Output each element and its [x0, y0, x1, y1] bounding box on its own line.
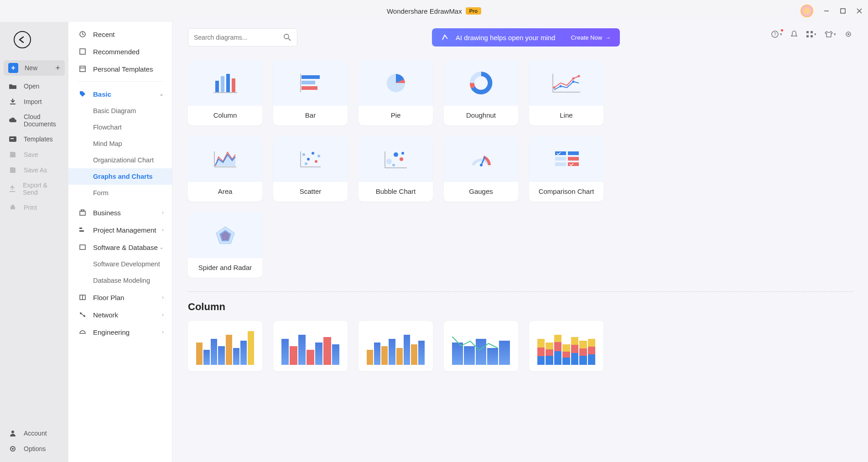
top-toolbar: ?▾ ▾ ▾: [771, 30, 852, 38]
svg-rect-29: [806, 31, 809, 33]
svg-point-57: [307, 158, 310, 161]
nav-label: Open: [24, 83, 39, 90]
nav-label: New: [25, 64, 37, 72]
cat-label: Project Management: [93, 226, 156, 234]
svg-rect-17: [79, 228, 82, 229]
cat-network[interactable]: Network›: [68, 306, 172, 323]
nav-label: Print: [24, 204, 37, 211]
svg-point-50: [572, 81, 574, 83]
chart-bubble[interactable]: Bubble Chart: [359, 136, 433, 202]
svg-point-34: [847, 33, 849, 35]
cat-business[interactable]: Business›: [68, 204, 172, 221]
template-card[interactable]: [273, 321, 348, 371]
database-icon: [78, 243, 87, 251]
svg-rect-74: [568, 151, 579, 155]
cat-basic[interactable]: Basic⌄: [68, 85, 172, 103]
cat-personal-templates[interactable]: Personal Templates: [68, 60, 172, 78]
search-box[interactable]: [188, 28, 297, 47]
chart-column[interactable]: Column: [188, 60, 262, 125]
nav-open[interactable]: Open: [0, 78, 68, 94]
cat-software-database[interactable]: Software & Database⌄: [68, 239, 172, 256]
minimize-icon[interactable]: [822, 7, 831, 15]
svg-point-64: [386, 159, 392, 164]
cat-flowchart[interactable]: Flowchart: [68, 119, 172, 135]
svg-point-67: [392, 164, 395, 166]
cat-recommended[interactable]: Recommended: [68, 43, 172, 60]
chart-pie[interactable]: Pie: [359, 60, 433, 125]
nav-new[interactable]: + New +: [4, 60, 65, 76]
chevron-right-icon: ›: [162, 294, 164, 301]
cat-floor-plan[interactable]: Floor Plan›: [68, 289, 172, 306]
template-card[interactable]: [444, 321, 518, 371]
svg-rect-35: [215, 81, 219, 92]
nav-options[interactable]: Options: [0, 441, 68, 457]
card-label: Comparison Chart: [529, 182, 603, 202]
nav-account[interactable]: Account: [0, 426, 68, 441]
cat-label: Floor Plan: [93, 294, 124, 301]
help-icon[interactable]: ?▾: [771, 30, 782, 38]
search-icon[interactable]: [283, 33, 291, 42]
template-card[interactable]: [188, 321, 262, 371]
shirt-icon[interactable]: ▾: [825, 31, 836, 38]
back-button[interactable]: [14, 31, 31, 48]
bell-icon[interactable]: [790, 30, 798, 38]
nav-cloud-documents[interactable]: Cloud Documents: [0, 109, 68, 131]
clock-icon: [78, 30, 87, 38]
cat-form[interactable]: Form: [68, 185, 172, 201]
chevron-right-icon: ›: [162, 329, 164, 335]
cat-label: Flowchart: [93, 124, 122, 131]
svg-rect-1: [841, 9, 845, 13]
svg-point-61: [317, 155, 320, 157]
template-card[interactable]: [359, 321, 433, 371]
chart-scatter[interactable]: Scatter: [273, 136, 348, 202]
cat-recent[interactable]: Recent: [68, 26, 172, 43]
chart-bar[interactable]: Bar: [273, 60, 348, 125]
chart-line[interactable]: Line: [529, 60, 603, 125]
card-label: Area: [188, 182, 262, 202]
create-now-button[interactable]: Create Now→: [571, 34, 611, 41]
svg-rect-75: [555, 157, 566, 161]
pro-badge: Pro: [466, 7, 481, 15]
apps-icon[interactable]: ▾: [806, 31, 816, 38]
cat-mind-map[interactable]: Mind Map: [68, 135, 172, 152]
close-icon[interactable]: [855, 7, 863, 15]
svg-point-58: [312, 152, 314, 155]
cat-database-modeling[interactable]: Database Modeling: [68, 272, 172, 289]
chart-doughnut[interactable]: Doughnut: [444, 60, 518, 125]
search-input[interactable]: [194, 34, 280, 41]
settings-icon[interactable]: [844, 30, 852, 38]
ai-banner[interactable]: AI drawing helps open your mind Create N…: [432, 28, 620, 47]
template-card[interactable]: [529, 321, 603, 371]
chart-gauges[interactable]: Gauges: [444, 136, 518, 202]
cat-graphs-charts[interactable]: Graphs and Charts: [68, 168, 172, 185]
add-icon[interactable]: +: [55, 63, 60, 73]
cat-basic-diagram[interactable]: Basic Diagram: [68, 103, 172, 119]
user-avatar[interactable]: [800, 5, 813, 17]
save-icon: [8, 151, 17, 159]
nav-label: Save: [24, 151, 38, 158]
chart-spider[interactable]: Spider and Radar: [188, 213, 262, 278]
nav-import[interactable]: Import: [0, 94, 68, 109]
cat-label: Mind Map: [93, 140, 122, 147]
category-sidebar: Recent Recommended Personal Templates Ba…: [68, 22, 172, 462]
svg-rect-36: [221, 76, 224, 92]
window-controls: [822, 0, 863, 22]
svg-rect-16: [81, 210, 84, 211]
nav-label: Options: [24, 445, 46, 452]
nav-templates[interactable]: Templates: [0, 131, 68, 147]
chart-comparison[interactable]: Comparison Chart: [529, 136, 603, 202]
cat-org-chart[interactable]: Organizational Chart: [68, 152, 172, 168]
nav-label: Cloud Documents: [24, 113, 60, 128]
svg-text:?: ?: [774, 32, 776, 37]
cat-engineering[interactable]: Engineering›: [68, 323, 172, 341]
titlebar: Wondershare EdrawMax Pro: [0, 0, 868, 22]
svg-point-72: [480, 164, 483, 166]
template-row: [188, 321, 852, 371]
cat-software-dev[interactable]: Software Development: [68, 256, 172, 272]
chart-area[interactable]: Area: [188, 136, 262, 202]
cat-project-management[interactable]: Project Management›: [68, 221, 172, 239]
card-label: Gauges: [444, 182, 518, 202]
cat-label: Recent: [93, 31, 115, 38]
svg-rect-18: [79, 230, 84, 232]
maximize-icon[interactable]: [839, 7, 847, 15]
